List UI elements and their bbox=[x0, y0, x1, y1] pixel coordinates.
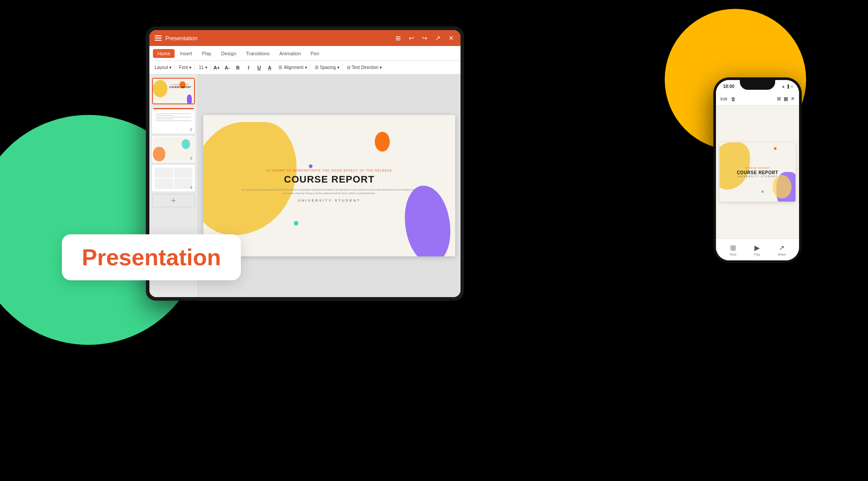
tab-transitions[interactable]: Transitions bbox=[242, 49, 274, 58]
slide-thumb-2[interactable]: 2 bbox=[152, 107, 195, 134]
tab-insert[interactable]: Insert bbox=[175, 49, 197, 58]
play-icon: ▶ bbox=[754, 244, 760, 252]
tab-home[interactable]: Home bbox=[153, 49, 175, 58]
text-direction-icon: ⊟ bbox=[347, 65, 350, 70]
layout-dropdown[interactable]: Layout ▾ bbox=[152, 64, 175, 71]
slide-main-title: COURSE REPORT bbox=[241, 174, 418, 185]
font-size-value: 11 bbox=[199, 65, 204, 70]
wifi-icon: ▲ bbox=[781, 84, 785, 88]
phone-close-icon[interactable]: ✕ bbox=[791, 96, 795, 102]
tab-play[interactable]: Play bbox=[198, 49, 216, 58]
alignment-label: Alignment bbox=[284, 65, 303, 70]
phone-slide-canvas: COURSE REPORT COURSE REPORT UNIVERSITY S… bbox=[720, 142, 796, 202]
phone-delete-icon[interactable]: 🗑 bbox=[731, 96, 736, 102]
spacing-chevron-icon: ▾ bbox=[337, 65, 339, 70]
layout-chevron-icon: ▾ bbox=[169, 65, 171, 70]
phone-slide-text: COURSE REPORT COURSE REPORT UNIVERSITY S… bbox=[727, 166, 788, 177]
redo-icon[interactable]: ↪ bbox=[421, 34, 429, 42]
phone-toolbar-left: Edit 🗑 bbox=[720, 96, 736, 102]
tablet-titlebar: Presentation ⊞ ↩ ↪ ↗ ✕ bbox=[149, 30, 461, 46]
slide-subtitle-top: IN ORDER TO DEMONSTRATE THE GOOD EFFECT … bbox=[241, 169, 418, 172]
tablet-nav-toolbar: Home Insert Play Design Transitions Anim… bbox=[149, 46, 461, 61]
share-label: Share bbox=[777, 253, 786, 256]
underline-button[interactable]: U bbox=[255, 63, 263, 72]
phone-play-button[interactable]: ▶ Play bbox=[754, 244, 760, 256]
font-shrink-button[interactable]: A- bbox=[223, 63, 232, 72]
spacing-icon: ☰ bbox=[315, 65, 319, 70]
share-icon[interactable]: ↗ bbox=[434, 34, 442, 42]
font-grow-button[interactable]: A+ bbox=[212, 63, 221, 72]
teal-dot bbox=[294, 221, 298, 225]
add-slide-button[interactable]: + bbox=[152, 194, 195, 207]
phone-time: 18:00 bbox=[723, 84, 735, 89]
slide-canvas: IN ORDER TO DEMONSTRATE THE GOOD EFFECT … bbox=[203, 115, 455, 257]
phone-device: 18:00 ▲ ▐ ▭ Edit 🗑 ⊞ ▦ ✕ bbox=[713, 77, 802, 263]
phone-toolbar: Edit 🗑 ⊞ ▦ ✕ bbox=[716, 92, 799, 106]
orange-dot bbox=[375, 132, 390, 152]
font-label: Font bbox=[179, 65, 188, 70]
tablet-format-bar: Layout ▾ Font ▾ 11 ▾ A+ A- B I U A ☰ bbox=[149, 61, 461, 74]
text-direction-dropdown[interactable]: ⊟ Text Direction ▾ bbox=[344, 64, 385, 71]
phone-layout-icon[interactable]: ▦ bbox=[784, 96, 788, 102]
tab-design[interactable]: Design bbox=[217, 49, 240, 58]
tools-label: Tools bbox=[729, 253, 736, 256]
text-direction-label: Text Direction bbox=[352, 65, 379, 70]
alignment-dropdown[interactable]: ☰ Alignment ▾ bbox=[276, 64, 310, 71]
presentation-label-card: Presentation bbox=[62, 234, 241, 280]
tablet-title: Presentation bbox=[165, 35, 198, 42]
titlebar-right: ⊞ ↩ ↪ ↗ ✕ bbox=[394, 34, 455, 42]
battery-icon: ▭ bbox=[790, 84, 794, 88]
nav-tabs: Home Insert Play Design Transitions Anim… bbox=[153, 49, 324, 58]
phone-edit-label[interactable]: Edit bbox=[720, 97, 727, 101]
slide-subtitle-bottom: UNIVERSITY STUDENT bbox=[241, 199, 418, 202]
minimize-icon[interactable]: ⊞ bbox=[394, 34, 402, 42]
spacing-dropdown[interactable]: ☰ Spacing ▾ bbox=[312, 64, 343, 71]
phone-tools-button[interactable]: ⊞ Tools bbox=[729, 244, 736, 256]
spacing-label: Spacing bbox=[320, 65, 336, 70]
font-dropdown[interactable]: Font ▾ bbox=[176, 64, 194, 71]
phone-slide-title: COURSE REPORT bbox=[727, 170, 788, 175]
presentation-label-text: Presentation bbox=[82, 244, 221, 270]
tab-animation[interactable]: Animation bbox=[275, 49, 305, 58]
phone-slide-sub: COURSE REPORT bbox=[727, 166, 788, 169]
slide-thumb-4[interactable]: 4 bbox=[152, 165, 195, 191]
slide-thumb-3[interactable]: 3 bbox=[152, 136, 195, 163]
alignment-icon: ☰ bbox=[278, 65, 282, 70]
phone-slide-area: COURSE REPORT COURSE REPORT UNIVERSITY S… bbox=[716, 106, 799, 238]
text-direction-chevron-icon: ▾ bbox=[380, 65, 382, 70]
font-size-dropdown[interactable]: 11 ▾ bbox=[196, 64, 210, 71]
signal-icon: ▐ bbox=[786, 84, 789, 88]
phone-orange-dot bbox=[774, 147, 777, 150]
slide-body-text: Your text here concise and beautiful, bu… bbox=[241, 188, 418, 195]
undo-icon[interactable]: ↩ bbox=[407, 34, 415, 42]
phone-teal-dot bbox=[761, 191, 764, 193]
slide-thumb-1[interactable]: COURSE REPORT COURSE REPORT 1 bbox=[152, 78, 195, 104]
bold-button[interactable]: B bbox=[233, 63, 242, 72]
slide-text-content: IN ORDER TO DEMONSTRATE THE GOOD EFFECT … bbox=[241, 169, 418, 202]
close-icon[interactable]: ✕ bbox=[447, 34, 455, 42]
phone-inner: 18:00 ▲ ▐ ▭ Edit 🗑 ⊞ ▦ ✕ bbox=[716, 80, 799, 260]
alignment-chevron-icon: ▾ bbox=[305, 65, 307, 70]
phone-grid-icon[interactable]: ⊞ bbox=[777, 96, 781, 102]
tools-icon: ⊞ bbox=[730, 244, 736, 252]
phone-toolbar-right: ⊞ ▦ ✕ bbox=[777, 96, 795, 102]
phone-share-button[interactable]: ↗ Share bbox=[777, 244, 786, 256]
font-size-chevron-icon: ▾ bbox=[205, 65, 207, 70]
tab-pen[interactable]: Pen bbox=[306, 49, 324, 58]
play-label: Play bbox=[754, 253, 760, 256]
share-icon-bottom: ↗ bbox=[779, 244, 784, 252]
phone-status-icons: ▲ ▐ ▭ bbox=[781, 84, 794, 88]
phone-notch bbox=[740, 80, 775, 90]
font-color-button[interactable]: A bbox=[265, 63, 274, 72]
phone-bottom-bar: ⊞ Tools ▶ Play ↗ Share bbox=[716, 238, 799, 260]
purple-dot bbox=[309, 164, 312, 168]
titlebar-left: Presentation bbox=[155, 35, 198, 42]
hamburger-menu-icon[interactable] bbox=[155, 35, 162, 41]
phone-frame: 18:00 ▲ ▐ ▭ Edit 🗑 ⊞ ▦ ✕ bbox=[713, 77, 802, 263]
font-chevron-icon: ▾ bbox=[189, 65, 191, 70]
layout-label: Layout bbox=[155, 65, 168, 70]
italic-button[interactable]: I bbox=[244, 63, 253, 72]
phone-slide-subtitle: UNIVERSITY STUDENT bbox=[727, 175, 788, 177]
